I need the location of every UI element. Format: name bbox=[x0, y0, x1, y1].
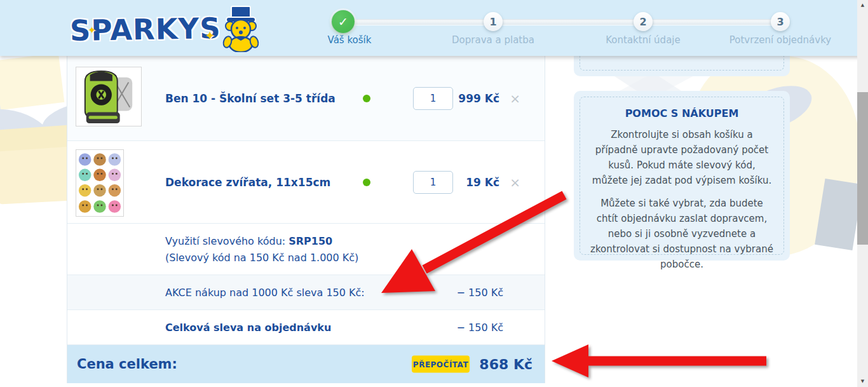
sparkys-logo[interactable]: SPARKYS ✦ ✦ bbox=[70, 5, 248, 52]
check-icon: ✓ bbox=[338, 15, 348, 29]
step-confirm-circle[interactable]: 3 bbox=[771, 12, 790, 31]
help-box-paragraph: Zkontrolujte si obsah košíku a případně … bbox=[590, 127, 773, 188]
stepper-track bbox=[343, 19, 780, 25]
step-contact-circle[interactable]: 2 bbox=[634, 12, 653, 31]
discount-label: Celková sleva na objednávku bbox=[165, 322, 331, 334]
cart-item-row: Ben 10 - Školní set 3-5 třída 999 Kč × bbox=[67, 56, 545, 141]
help-box-paragraph: Můžete si také vybrat, zda budete chtít … bbox=[590, 196, 773, 272]
step-shipping-label: Doprava a platba bbox=[423, 34, 563, 46]
star-icon: ✦ bbox=[205, 28, 215, 43]
product-title[interactable]: Ben 10 - Školní set 3-5 třída bbox=[165, 92, 336, 105]
star-icon: ✦ bbox=[88, 24, 96, 36]
step-contact-label: Kontaktní údaje bbox=[573, 34, 713, 46]
promo-discount-row: AKCE nákup nad 1000 Kč sleva 150 Kč: − 1… bbox=[67, 275, 545, 310]
arrow-to-total bbox=[552, 344, 766, 377]
remove-item-icon[interactable]: × bbox=[510, 92, 520, 105]
quantity-input[interactable] bbox=[413, 87, 453, 110]
promo-label: AKCE nákup nad 1000 Kč sleva 150 Kč: bbox=[165, 287, 365, 299]
step-cart-circle[interactable]: ✓ bbox=[332, 10, 355, 33]
coupon-prefix: Využití slevového kódu: bbox=[165, 235, 288, 247]
total-row: Cena celkem: PŘEPOČÍTAT 868 Kč bbox=[67, 345, 545, 383]
quantity-input[interactable] bbox=[413, 171, 453, 194]
bear-mascot-icon bbox=[215, 5, 264, 52]
help-box: POMOC S NÁKUPEM Zkontrolujte si obsah ko… bbox=[574, 91, 790, 261]
product-title[interactable]: Dekorace zvířata, 11x15cm bbox=[165, 176, 330, 189]
discount-amount: − 150 Kč bbox=[457, 322, 503, 334]
scroll-down-icon[interactable]: ▼ bbox=[857, 376, 868, 387]
item-price: 19 Kč bbox=[466, 176, 499, 189]
step-cart-label: Váš košík bbox=[280, 34, 419, 46]
step-confirm-label: Potvrzení objednávky bbox=[710, 34, 850, 46]
checkout-stepper: ✓ Váš košík 1 Doprava a platba 2 Kontakt… bbox=[318, 0, 820, 56]
item-price: 999 Kč bbox=[458, 92, 499, 105]
coupon-row: Využití slevového kódu: SRP150 (Slevový … bbox=[67, 224, 545, 275]
ribbon-watermark-right bbox=[815, 179, 863, 250]
scrollbar[interactable]: ▲ ▼ bbox=[857, 0, 868, 387]
step-number: 1 bbox=[489, 16, 496, 28]
remove-item-icon[interactable]: × bbox=[510, 176, 520, 189]
recalculate-button[interactable]: PŘEPOČÍTAT bbox=[412, 356, 470, 373]
product-thumbnail-stickers[interactable] bbox=[76, 149, 124, 217]
availability-dot bbox=[363, 95, 370, 102]
coupon-note: (Slevový kód na 150 Kč nad 1.000 Kč) bbox=[165, 252, 358, 264]
cart-item-row: Dekorace zvířata, 11x15cm 19 Kč × bbox=[67, 141, 545, 224]
step-shipping-circle[interactable]: 1 bbox=[484, 12, 503, 31]
step-number: 3 bbox=[776, 16, 783, 28]
coupon-text: Využití slevového kódu: SRP150 (Slevový … bbox=[165, 233, 358, 266]
availability-dot bbox=[363, 179, 370, 186]
total-amount: 868 Kč bbox=[479, 356, 532, 372]
promo-amount: − 150 Kč bbox=[457, 287, 503, 299]
gift-box-watermark-small bbox=[0, 53, 64, 111]
help-box-title: POMOC S NÁKUPEM bbox=[574, 107, 790, 119]
scrollbar-thumb[interactable] bbox=[857, 92, 868, 245]
cart-table: Ben 10 - Školní set 3-5 třída 999 Kč × D… bbox=[67, 56, 545, 383]
product-thumbnail-ben10[interactable] bbox=[76, 67, 142, 126]
coupon-code: SRP150 bbox=[288, 235, 332, 247]
header: SPARKYS ✦ ✦ ✓ Váš košík 1 Doprava a plat… bbox=[0, 0, 868, 56]
scroll-up-icon[interactable]: ▲ bbox=[857, 0, 868, 11]
step-number: 2 bbox=[639, 16, 646, 28]
total-discount-row: Celková sleva na objednávku − 150 Kč bbox=[67, 310, 545, 345]
total-label: Cena celkem: bbox=[77, 356, 177, 372]
